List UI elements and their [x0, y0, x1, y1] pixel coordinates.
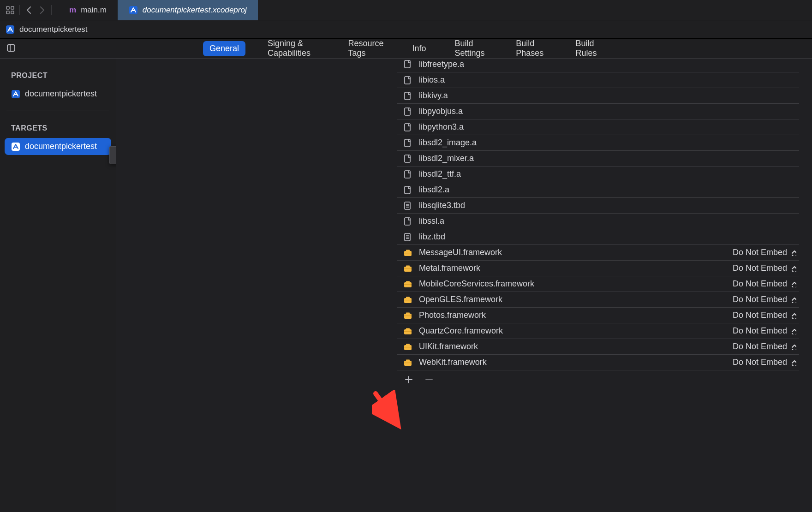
related-items-icon[interactable]: [6, 6, 15, 15]
tab-xcodeproj[interactable]: documentpickertest.xcodeproj: [118, 0, 258, 20]
embed-label: Do Not Embed: [733, 310, 787, 320]
embed-selector[interactable]: Do Not Embed: [733, 326, 799, 336]
table-row[interactable]: QuartzCore.frameworkDo Not Embed: [397, 323, 799, 339]
sidebar-header-project: PROJECT: [5, 69, 111, 85]
embed-label: Do Not Embed: [733, 326, 787, 336]
table-row[interactable]: libssl.a: [397, 213, 799, 229]
file-name: libsdl2_mixer.a: [419, 154, 799, 163]
sidebar-item-label: documentpickertest: [25, 142, 97, 151]
editor-config-row: GeneralSigning & CapabilitiesResource Ta…: [0, 39, 812, 59]
objc-file-icon: m: [69, 6, 76, 15]
table-row[interactable]: libios.a: [397, 72, 799, 88]
table-row[interactable]: Metal.frameworkDo Not Embed: [397, 260, 799, 276]
sidebar-target-item[interactable]: documentpickertest: [5, 138, 111, 155]
file-name: OpenGLES.framework: [419, 295, 733, 304]
table-row[interactable]: OpenGLES.frameworkDo Not Embed: [397, 292, 799, 307]
file-name: libssl.a: [419, 216, 799, 226]
embed-label: Do Not Embed: [733, 357, 787, 367]
file-name: libfreetype.a: [419, 60, 799, 69]
chevron-updown-icon: [790, 344, 796, 350]
file-name: libsdl2.a: [419, 185, 799, 195]
config-tab-info[interactable]: Info: [406, 41, 432, 56]
table-row[interactable]: UIKit.frameworkDo Not Embed: [397, 339, 799, 354]
chevron-updown-icon: [790, 250, 796, 256]
divider: [51, 5, 52, 15]
config-tabs: GeneralSigning & CapabilitiesResource Ta…: [203, 36, 609, 61]
table-row[interactable]: libz.tbd: [397, 229, 799, 244]
xcode-project-icon: [6, 25, 15, 34]
breadcrumb-label: documentpickertest: [19, 25, 87, 34]
archive-file-icon: [402, 217, 413, 226]
archive-file-icon: [402, 123, 413, 132]
file-name: libpyobjus.a: [419, 107, 799, 116]
toggle-sidebar-icon[interactable]: [0, 43, 23, 54]
table-row[interactable]: libsqlite3.tbd: [397, 197, 799, 213]
config-tab-build-rules[interactable]: Build Rules: [569, 36, 609, 61]
archive-file-icon: [402, 138, 413, 148]
embed-selector[interactable]: Do Not Embed: [733, 263, 799, 273]
framework-icon: [402, 358, 413, 367]
embed-selector[interactable]: Do Not Embed: [733, 310, 799, 320]
config-tab-general[interactable]: General: [203, 41, 245, 56]
app-target-icon: [11, 142, 20, 151]
nav-forward-icon[interactable]: [37, 6, 47, 15]
config-tab-resource-tags[interactable]: Resource Tags: [341, 36, 390, 61]
archive-file-icon: [402, 185, 413, 195]
embed-selector[interactable]: Do Not Embed: [733, 342, 799, 351]
file-name: Metal.framework: [419, 263, 733, 273]
table-row[interactable]: Photos.frameworkDo Not Embed: [397, 307, 799, 323]
sidebar-item-label: documentpickertest: [25, 89, 97, 99]
embed-selector[interactable]: Do Not Embed: [733, 248, 799, 257]
tab-label: documentpickertest.xcodeproj: [143, 6, 247, 15]
table-row[interactable]: MessageUI.frameworkDo Not Embed: [397, 244, 799, 260]
archive-file-icon: [402, 154, 413, 163]
sidebar-header-targets: TARGETS: [5, 121, 111, 138]
file-name: libz.tbd: [419, 232, 799, 242]
table-row[interactable]: libkivy.a: [397, 88, 799, 103]
archive-file-icon: [402, 60, 413, 69]
svg-line-21: [376, 393, 396, 422]
table-row[interactable]: libpyobjus.a: [397, 103, 799, 119]
config-tab-signing-capabilities[interactable]: Signing & Capabilities: [261, 36, 326, 61]
file-name: libios.a: [419, 75, 799, 85]
chevron-updown-icon: [790, 281, 796, 287]
embed-label: Do Not Embed: [733, 263, 787, 273]
config-tab-build-settings[interactable]: Build Settings: [448, 36, 494, 61]
annotation-arrow: [372, 390, 404, 431]
divider: [19, 5, 20, 15]
embed-label: Do Not Embed: [733, 279, 787, 289]
table-row[interactable]: WebKit.frameworkDo Not Embed: [397, 354, 799, 370]
main-content: libfreetype.alibios.alibkivy.alibpyobjus…: [116, 59, 812, 512]
list-buttons: [397, 370, 799, 388]
table-row[interactable]: libsdl2_ttf.a: [397, 166, 799, 182]
tbd-file-icon: [402, 232, 413, 242]
tab-main-m[interactable]: m main.m: [58, 0, 118, 20]
table-row[interactable]: libsdl2_mixer.a: [397, 150, 799, 166]
table-row[interactable]: libsdl2.a: [397, 182, 799, 197]
chevron-updown-icon: [790, 312, 796, 319]
config-tab-build-phases[interactable]: Build Phases: [509, 36, 553, 61]
file-name: libsdl2_ttf.a: [419, 169, 799, 179]
table-row[interactable]: libpython3.a: [397, 119, 799, 135]
framework-icon: [402, 280, 413, 289]
tab-label: main.m: [81, 6, 107, 15]
sidebar-project-item[interactable]: documentpickertest: [5, 85, 111, 102]
tbd-file-icon: [402, 201, 413, 210]
xcode-project-icon: [129, 6, 138, 15]
table-row[interactable]: libfreetype.a: [397, 59, 799, 72]
archive-file-icon: [402, 76, 413, 85]
table-row[interactable]: MobileCoreServices.frameworkDo Not Embed: [397, 276, 799, 292]
nav-back-icon[interactable]: [24, 6, 34, 15]
file-name: libsqlite3.tbd: [419, 201, 799, 210]
add-button[interactable]: [404, 375, 413, 384]
table-row[interactable]: libsdl2_image.a: [397, 135, 799, 150]
file-name: MobileCoreServices.framework: [419, 279, 733, 289]
remove-button[interactable]: [424, 375, 434, 384]
embed-label: Do Not Embed: [733, 295, 787, 304]
file-name: libsdl2_image.a: [419, 138, 799, 148]
embed-selector[interactable]: Do Not Embed: [733, 295, 799, 304]
framework-icon: [402, 264, 413, 273]
embed-selector[interactable]: Do Not Embed: [733, 357, 799, 367]
framework-icon: [402, 311, 413, 320]
embed-selector[interactable]: Do Not Embed: [733, 279, 799, 289]
